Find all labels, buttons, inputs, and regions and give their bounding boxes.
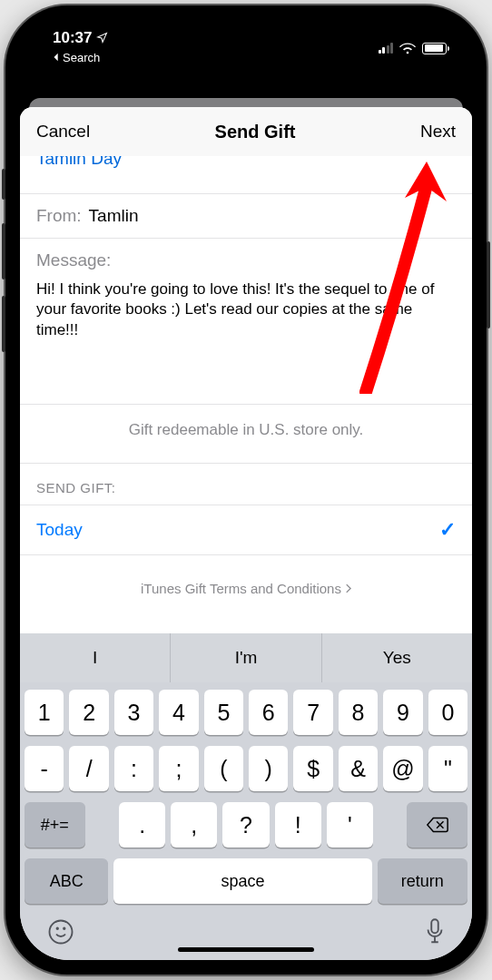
key-7[interactable]: 7 (293, 690, 332, 735)
suggestion-3[interactable]: Yes (322, 633, 472, 682)
key-space[interactable]: space (113, 858, 371, 904)
key-3[interactable]: 3 (114, 690, 153, 735)
key-dash[interactable]: - (25, 746, 64, 791)
key-colon[interactable]: : (114, 746, 153, 791)
key-at[interactable]: @ (383, 746, 422, 791)
svg-rect-3 (431, 919, 438, 933)
phone-frame: 10:37 Search Cance (5, 5, 487, 975)
key-6[interactable]: 6 (249, 690, 288, 735)
svg-point-0 (50, 921, 73, 944)
date-option: Today (36, 520, 83, 540)
key-exclaim[interactable]: ! (275, 802, 321, 848)
page-title: Send Gift (215, 122, 296, 142)
key-2[interactable]: 2 (69, 690, 108, 735)
backspace-icon (426, 816, 449, 834)
svg-point-2 (64, 928, 65, 930)
key-semicolon[interactable]: ; (159, 746, 198, 791)
nav-bar: Cancel Send Gift Next (20, 107, 472, 156)
svg-point-1 (57, 928, 59, 930)
send-gift-header: SEND GIFT: (20, 464, 472, 505)
key-5[interactable]: 5 (204, 690, 243, 735)
key-amp[interactable]: & (339, 746, 378, 791)
notch (146, 20, 346, 51)
key-rparen[interactable]: ) (249, 746, 288, 791)
suggestion-2[interactable]: I'm (171, 633, 321, 682)
terms-label: iTunes Gift Terms and Conditions (141, 581, 341, 596)
message-label: Message: (36, 250, 456, 270)
key-backspace[interactable] (407, 802, 467, 848)
key-return[interactable]: return (378, 858, 467, 904)
key-lparen[interactable]: ( (204, 746, 243, 791)
mic-icon[interactable] (425, 918, 445, 949)
from-row[interactable]: From: Tamlin (20, 194, 472, 239)
location-icon (96, 32, 108, 44)
date-row[interactable]: Today ✓ (20, 505, 472, 555)
back-to-search[interactable]: Search (53, 51, 100, 64)
status-time: 10:37 (53, 29, 92, 47)
key-quote[interactable]: " (428, 746, 467, 791)
key-4[interactable]: 4 (159, 690, 198, 735)
key-question[interactable]: ? (222, 802, 269, 848)
key-symbols[interactable]: #+= (25, 802, 85, 848)
from-value: Tamlin (89, 206, 139, 226)
key-slash[interactable]: / (69, 746, 108, 791)
next-button[interactable]: Next (420, 122, 456, 142)
to-row[interactable]: Tamlin Day (20, 156, 472, 194)
suggestion-1[interactable]: I (20, 633, 171, 682)
mute-switch (2, 169, 5, 200)
key-row-1: 1 2 3 4 5 6 7 8 9 0 (25, 690, 467, 735)
cancel-button[interactable]: Cancel (36, 122, 90, 142)
checkmark-icon: ✓ (439, 518, 456, 542)
battery-icon (422, 43, 447, 54)
key-8[interactable]: 8 (339, 690, 378, 735)
suggestion-bar: I I'm Yes (20, 633, 472, 682)
message-row[interactable]: Message: Hi! I think you're going to lov… (20, 239, 472, 405)
chevron-right-icon (345, 583, 351, 593)
key-9[interactable]: 9 (383, 690, 422, 735)
keyboard-bottom (20, 909, 472, 951)
key-1[interactable]: 1 (25, 690, 64, 735)
cellular-icon (379, 43, 394, 54)
keyboard: I I'm Yes 1 2 3 4 5 6 7 8 9 0 (20, 633, 472, 960)
key-comma[interactable]: , (171, 802, 217, 848)
key-row-3: #+= . , ? ! ' (25, 802, 467, 848)
to-value: Tamlin Day (36, 156, 122, 169)
volume-up (2, 223, 5, 279)
terms-link[interactable]: iTunes Gift Terms and Conditions (20, 555, 472, 605)
back-label: Search (63, 51, 100, 64)
screen: 10:37 Search Cance (20, 20, 472, 960)
modal-sheet: Cancel Send Gift Next Tamlin Day From: T… (20, 107, 472, 960)
key-row-4: ABC space return (25, 858, 467, 904)
key-row-2: - / : ; ( ) $ & @ " (25, 746, 467, 791)
form-content: Tamlin Day From: Tamlin Message: Hi! I t… (20, 156, 472, 633)
key-dollar[interactable]: $ (293, 746, 332, 791)
power-button (487, 241, 490, 328)
from-label: From: (36, 206, 82, 226)
redeem-note: Gift redeemable in U.S. store only. (20, 405, 472, 464)
key-apos[interactable]: ' (327, 802, 373, 848)
wifi-icon (399, 43, 416, 54)
emoji-icon[interactable] (47, 918, 74, 949)
key-period[interactable]: . (119, 802, 165, 848)
message-text[interactable]: Hi! I think you're going to love this! I… (36, 279, 456, 340)
volume-down (2, 296, 5, 352)
key-0[interactable]: 0 (428, 690, 467, 735)
home-indicator[interactable] (178, 947, 314, 952)
key-abc[interactable]: ABC (25, 858, 108, 904)
